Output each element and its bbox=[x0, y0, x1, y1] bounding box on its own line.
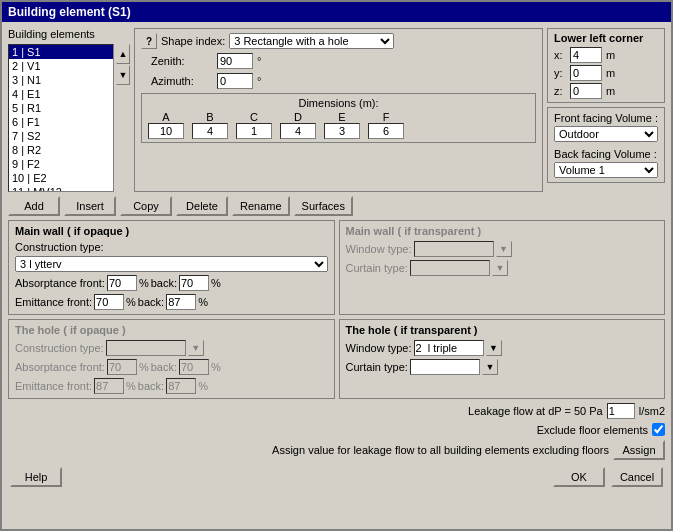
azimuth-input[interactable] bbox=[217, 73, 253, 89]
ok-button[interactable]: OK bbox=[553, 467, 605, 487]
list-item[interactable]: 4 | E1 bbox=[9, 87, 113, 101]
list-item[interactable]: 2 | V1 bbox=[9, 59, 113, 73]
curtain-type-dropdown: ▼ bbox=[492, 260, 508, 276]
window-type-input bbox=[414, 241, 494, 257]
construction-type-label: Construction type: bbox=[15, 241, 104, 253]
leakage-input[interactable] bbox=[607, 403, 635, 419]
help-button[interactable]: Help bbox=[10, 467, 62, 487]
building-elements-list[interactable]: 1 | S1 2 | V1 3 | N1 4 | E1 5 | R1 6 | F… bbox=[8, 44, 114, 192]
y-unit: m bbox=[606, 67, 615, 79]
window-type-label: Window type: bbox=[346, 243, 412, 255]
hole-opaque-panel: The hole ( if opaque ) Construction type… bbox=[8, 319, 335, 399]
hole-curtain-type-label: Curtain type: bbox=[346, 361, 408, 373]
hole-absorptance-front-label: Absorptance front: bbox=[15, 361, 105, 373]
list-item[interactable]: 10 | E2 bbox=[9, 171, 113, 185]
building-elements-label: Building elements bbox=[8, 28, 130, 40]
list-scroll-up[interactable]: ▲ bbox=[116, 44, 130, 64]
z-input[interactable] bbox=[570, 83, 602, 99]
emittance-front-input[interactable] bbox=[94, 294, 124, 310]
hole-emittance-back-input bbox=[166, 378, 196, 394]
hole-curtain-dropdown[interactable]: ▼ bbox=[482, 359, 498, 375]
hole-window-type-input[interactable] bbox=[414, 340, 484, 356]
hole-emittance-back-label: back: bbox=[138, 380, 164, 392]
list-item[interactable]: 6 | F1 bbox=[9, 115, 113, 129]
back-facing-title: Back facing Volume : bbox=[554, 148, 658, 160]
x-unit: m bbox=[606, 49, 615, 61]
front-facing-select[interactable]: Outdoor Volume 1 bbox=[554, 126, 658, 142]
absorptance-back-label: back: bbox=[151, 277, 177, 289]
y-label: y: bbox=[554, 67, 566, 79]
list-item[interactable]: 5 | R1 bbox=[9, 101, 113, 115]
dim-col-d: D bbox=[294, 111, 302, 123]
list-item[interactable]: 11 | MV12 bbox=[9, 185, 113, 192]
curtain-type-input bbox=[410, 260, 490, 276]
footer: Help OK Cancel bbox=[8, 464, 665, 489]
absorptance-back-input[interactable] bbox=[179, 275, 209, 291]
leakage-label: Leakage flow at dP = 50 Pa bbox=[468, 405, 603, 417]
copy-button[interactable]: Copy bbox=[120, 196, 172, 216]
emittance-back-label: back: bbox=[138, 296, 164, 308]
shape-index-select[interactable]: 3 Rectangle with a hole 1 Rectangle 2 Tr… bbox=[229, 33, 394, 49]
emittance-back-input[interactable] bbox=[166, 294, 196, 310]
list-item[interactable]: 8 | R2 bbox=[9, 143, 113, 157]
azimuth-label: Azimuth: bbox=[151, 75, 213, 87]
list-scroll-down[interactable]: ▼ bbox=[116, 65, 130, 85]
title-bar: Building element (S1) bbox=[2, 2, 671, 22]
add-button[interactable]: Add bbox=[8, 196, 60, 216]
window-title: Building element (S1) bbox=[8, 5, 131, 19]
hole-opaque-title: The hole ( if opaque ) bbox=[15, 324, 328, 336]
y-input[interactable] bbox=[570, 65, 602, 81]
hole-transparent-panel: The hole ( if transparent ) Window type:… bbox=[339, 319, 666, 399]
zenith-input[interactable] bbox=[217, 53, 253, 69]
x-input[interactable] bbox=[570, 47, 602, 63]
assign-label: Assign value for leakage flow to all bui… bbox=[272, 444, 609, 456]
hole-construction-dropdown: ▼ bbox=[188, 340, 204, 356]
list-item[interactable]: 7 | S2 bbox=[9, 129, 113, 143]
main-window: Building element (S1) Building elements … bbox=[0, 0, 673, 531]
dim-input-e[interactable] bbox=[324, 123, 360, 139]
dim-col-f: F bbox=[383, 111, 390, 123]
hole-transparent-title: The hole ( if transparent ) bbox=[346, 324, 659, 336]
surfaces-button[interactable]: Surfaces bbox=[294, 196, 353, 216]
zenith-label: Zenith: bbox=[151, 55, 213, 67]
dim-input-f[interactable] bbox=[368, 123, 404, 139]
cancel-button[interactable]: Cancel bbox=[611, 467, 663, 487]
hole-absorptance-back-label: back: bbox=[151, 361, 177, 373]
hole-curtain-type-input[interactable] bbox=[410, 359, 480, 375]
dim-input-a[interactable] bbox=[148, 123, 184, 139]
dim-col-b: B bbox=[206, 111, 213, 123]
main-wall-transparent-panel: Main wall ( if transparent ) Window type… bbox=[339, 220, 666, 315]
assign-button[interactable]: Assign bbox=[613, 440, 665, 460]
hole-window-type-label: Window type: bbox=[346, 342, 412, 354]
absorptance-front-label: Absorptance front: bbox=[15, 277, 105, 289]
exclude-floor-checkbox[interactable] bbox=[652, 423, 665, 436]
hole-window-dropdown[interactable]: ▼ bbox=[486, 340, 502, 356]
dimensions-title: Dimensions (m): bbox=[148, 97, 529, 109]
x-label: x: bbox=[554, 49, 566, 61]
shape-index-label: Shape index: bbox=[161, 35, 225, 47]
assign-row: Assign value for leakage flow to all bui… bbox=[8, 440, 665, 460]
list-item[interactable]: 9 | F2 bbox=[9, 157, 113, 171]
insert-button[interactable]: Insert bbox=[64, 196, 116, 216]
dim-col-e: E bbox=[338, 111, 345, 123]
list-item[interactable]: 1 | S1 bbox=[9, 45, 113, 59]
exclude-floor-label: Exclude floor elements bbox=[537, 424, 648, 436]
dim-input-c[interactable] bbox=[236, 123, 272, 139]
main-wall-opaque-panel: Main wall ( if opaque ) Construction typ… bbox=[8, 220, 335, 315]
shape-help-button[interactable]: ? bbox=[141, 33, 157, 49]
back-facing-select[interactable]: Outdoor Volume 1 bbox=[554, 162, 658, 178]
dim-input-b[interactable] bbox=[192, 123, 228, 139]
leakage-unit: l/sm2 bbox=[639, 405, 665, 417]
volumes-panel: Front facing Volume : Outdoor Volume 1 B… bbox=[547, 107, 665, 183]
leakage-row: Leakage flow at dP = 50 Pa l/sm2 bbox=[8, 403, 665, 419]
rename-button[interactable]: Rename bbox=[232, 196, 290, 216]
absorptance-front-input[interactable] bbox=[107, 275, 137, 291]
hole-emittance-front-label: Emittance front: bbox=[15, 380, 92, 392]
list-item[interactable]: 3 | N1 bbox=[9, 73, 113, 87]
construction-type-select[interactable]: 3 l ytterv bbox=[15, 256, 328, 272]
z-unit: m bbox=[606, 85, 615, 97]
lower-left-title: Lower left corner bbox=[554, 32, 658, 44]
z-label: z: bbox=[554, 85, 566, 97]
dim-input-d[interactable] bbox=[280, 123, 316, 139]
delete-button[interactable]: Delete bbox=[176, 196, 228, 216]
